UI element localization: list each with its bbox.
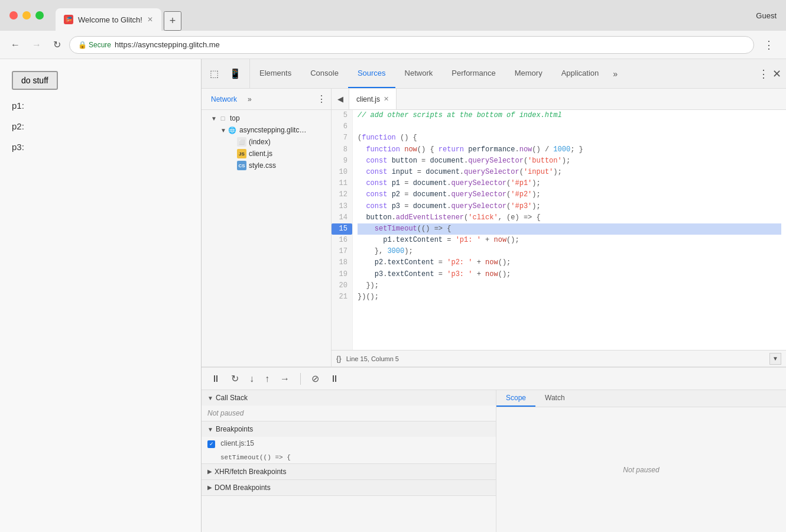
bottom-panel: ⏸ ↻ ↓ ↑ → ⊘ ⏸ ▼ Cal [202,366,786,532]
minimize-window-btn[interactable] [22,11,31,20]
devtools-close-btn[interactable]: ✕ [772,67,781,80]
code-line-9: const button = document.querySelector('b… [358,155,781,167]
more-tabs-btn[interactable]: » [608,59,622,88]
editor-tabs: ◀ client.js ✕ [332,89,786,110]
tab-favicon: 🎏 [64,15,73,24]
code-line-19: p3.textContent = 'p3: ' + now(); [358,269,781,280]
address-bar[interactable]: 🔒 Secure https://asyncstepping.glitch.me [69,36,754,54]
browser-tab[interactable]: 🎏 Welcome to Glitch! ✕ [56,8,161,31]
ln-20: 20 [332,280,352,291]
file-tree-options-btn[interactable]: ⋮ [317,93,326,105]
source-panel: Network » ⋮ ▼ □ top ▼ 🌐 asyncs [202,89,786,366]
toggle-bottom-btn[interactable]: ▼ [769,353,781,365]
xhr-breakpoints-header[interactable]: ▶ XHR/fetch Breakpoints [202,464,496,479]
tab-console[interactable]: Console [301,59,348,88]
code-content[interactable]: 5 6 7 8 9 10 11 12 13 14 15 16 1 [332,110,786,350]
code-line-14: button.addEventListener('click', (e) => … [358,212,781,223]
breakpoint-code-item: setTimeout(() => { [202,450,496,463]
ln-18: 18 [332,257,352,268]
deactivate-breakpoints-btn[interactable]: ⊘ [309,372,321,385]
p1-label: p1: [12,100,189,111]
devtools-settings-btn[interactable]: ⋮ [758,67,769,80]
do-stuff-button[interactable]: do stuff [12,71,58,90]
dom-breakpoints-arrow: ▶ [207,484,212,491]
tab-memory[interactable]: Memory [505,59,552,88]
code-line-7: (function () { [358,132,781,144]
tab-sources[interactable]: Sources [348,59,395,88]
cursor-position: Line 15, Column 5 [346,355,765,362]
step-btn[interactable]: → [278,372,292,385]
step-over-btn[interactable]: ↻ [229,372,241,385]
dom-breakpoints-title: DOM Breakpoints [215,484,271,492]
pause-resume-btn[interactable]: ⏸ [209,372,223,385]
tab-close-btn[interactable]: ✕ [147,15,153,24]
xhr-breakpoints-section: ▶ XHR/fetch Breakpoints [202,464,496,480]
xhr-breakpoints-arrow: ▶ [207,468,212,475]
devtools-toolbar: ⬚ 📱 Elements Console Sources Network Per… [202,59,786,89]
tree-item-index[interactable]: ⬜ (index) [202,136,331,148]
active-file-tab[interactable]: client.js ✕ [349,89,397,109]
left-debug-panel: ▼ Call Stack Not paused ▼ Breakpoints [202,390,496,532]
call-stack-arrow: ▼ [207,395,213,401]
tab-elements[interactable]: Elements [250,59,301,88]
pretty-print-btn[interactable]: {} [336,354,342,363]
tree-item-top[interactable]: ▼ □ top [202,112,331,124]
code-lines: // add other scripts at the bottom of in… [353,110,786,350]
tree-item-origin[interactable]: ▼ 🌐 asyncstepping.glitc… [202,124,331,136]
close-window-btn[interactable] [9,11,18,20]
p2-label: p2: [12,121,189,131]
dom-breakpoints-header[interactable]: ▶ DOM Breakpoints [202,480,496,495]
forward-btn[interactable]: → [28,37,45,53]
pause-on-exceptions-btn[interactable]: ⏸ [327,372,342,385]
ln-14: 14 [332,212,352,223]
main-area: do stuff p1: p2: p3: ⬚ 📱 Elements Consol… [0,59,786,532]
ln-13: 13 [332,201,352,212]
nav-bar: ← → ↻ 🔒 Secure https://asyncstepping.gli… [0,31,786,59]
scope-content: Not paused [496,407,786,532]
code-line-20: }); [358,280,781,291]
reload-btn[interactable]: ↻ [50,37,64,53]
file-tab-name: client.js [356,95,380,103]
new-tab-btn[interactable]: + [164,11,182,31]
collapse-panel-btn[interactable]: ◀ [332,89,349,109]
ln-16: 16 [332,235,352,246]
file-tree-more-btn[interactable]: » [245,93,254,106]
ln-15: 15 [332,223,352,235]
call-stack-header[interactable]: ▼ Call Stack [202,390,496,406]
right-debug-panel: Scope Watch Not paused [496,390,786,532]
file-tree-network-tab[interactable]: Network [206,93,242,106]
tab-watch[interactable]: Watch [535,390,574,407]
line-numbers: 5 6 7 8 9 10 11 12 13 14 15 16 1 [332,110,353,350]
devtools-toolbar-right: ⋮ ✕ [753,59,786,88]
ln-10: 10 [332,167,352,178]
code-line-8: function now() { return performance.now(… [358,144,781,155]
page-content: do stuff p1: p2: p3: [0,59,201,532]
tree-item-clientjs[interactable]: JS client.js [202,148,331,160]
tree-item-stylecss[interactable]: CS style.css [202,160,331,171]
more-options-btn[interactable]: ⋮ [759,36,779,54]
url-display: https://asyncstepping.glitch.me [115,40,220,49]
code-line-10: const input = document.querySelector('in… [358,167,781,178]
tab-performance[interactable]: Performance [442,59,505,88]
tab-network[interactable]: Network [395,59,443,88]
inspect-element-btn[interactable]: ⬚ [206,66,222,82]
breakpoint-checkbox[interactable]: ✓ [207,440,215,448]
browser-tab-bar: 🎏 Welcome to Glitch! ✕ + [56,0,181,31]
code-line-16: p1.textContent = 'p1: ' + now(); [358,235,781,246]
device-toolbar-btn[interactable]: 📱 [226,66,245,82]
tab-application[interactable]: Application [552,59,609,88]
ln-11: 11 [332,178,352,189]
back-btn[interactable]: ← [7,37,24,53]
code-line-13: const p3 = document.querySelector('#p3')… [358,201,781,212]
maximize-window-btn[interactable] [35,11,44,20]
dom-breakpoints-section: ▶ DOM Breakpoints [202,480,496,496]
tab-scope[interactable]: Scope [496,390,535,407]
breakpoint-file: client.js:15 [220,439,254,447]
file-tree: Network » ⋮ ▼ □ top ▼ 🌐 asyncs [202,89,332,366]
debug-toolbar: ⏸ ↻ ↓ ↑ → ⊘ ⏸ [202,368,786,390]
step-into-btn[interactable]: ↓ [247,372,256,385]
step-out-btn[interactable]: ↑ [262,372,272,385]
file-tab-close-btn[interactable]: ✕ [384,95,389,103]
breakpoints-header[interactable]: ▼ Breakpoints [202,421,496,437]
folder-icon: □ [218,113,228,123]
